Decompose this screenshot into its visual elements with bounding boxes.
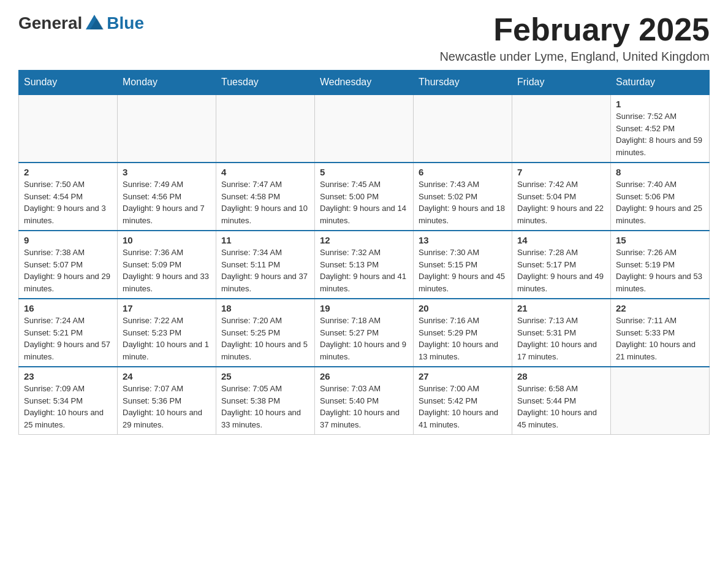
day-info: Sunrise: 7:50 AM Sunset: 4:54 PM Dayligh…	[24, 178, 112, 226]
day-info: Sunrise: 7:42 AM Sunset: 5:04 PM Dayligh…	[517, 178, 605, 226]
table-row: 12Sunrise: 7:32 AM Sunset: 5:13 PM Dayli…	[315, 231, 414, 299]
day-info: Sunrise: 7:38 AM Sunset: 5:07 PM Dayligh…	[24, 247, 112, 294]
table-row: 18Sunrise: 7:20 AM Sunset: 5:25 PM Dayli…	[216, 299, 315, 367]
day-info: Sunrise: 7:40 AM Sunset: 5:06 PM Dayligh…	[616, 178, 704, 226]
day-number: 20	[419, 303, 507, 313]
days-header-row: Sunday Monday Tuesday Wednesday Thursday…	[19, 71, 710, 95]
table-row	[19, 94, 118, 163]
day-info: Sunrise: 7:34 AM Sunset: 5:11 PM Dayligh…	[221, 247, 309, 294]
table-row: 3Sunrise: 7:49 AM Sunset: 4:56 PM Daylig…	[118, 163, 216, 231]
logo: General Blue	[18, 12, 144, 34]
header-friday: Friday	[512, 71, 611, 95]
day-number: 12	[320, 235, 408, 245]
table-row: 8Sunrise: 7:40 AM Sunset: 5:06 PM Daylig…	[611, 163, 710, 231]
day-number: 27	[419, 371, 507, 381]
title-area: February 2025 Newcastle under Lyme, Engl…	[439, 12, 710, 64]
day-info: Sunrise: 7:00 AM Sunset: 5:42 PM Dayligh…	[419, 383, 507, 431]
table-row	[611, 367, 710, 435]
day-number: 5	[320, 167, 408, 177]
day-info: Sunrise: 7:49 AM Sunset: 4:56 PM Dayligh…	[123, 178, 211, 226]
calendar-body: 1Sunrise: 7:52 AM Sunset: 4:52 PM Daylig…	[19, 94, 710, 435]
day-info: Sunrise: 7:47 AM Sunset: 4:58 PM Dayligh…	[221, 178, 309, 226]
day-number: 11	[221, 235, 309, 245]
header-monday: Monday	[118, 71, 216, 95]
day-info: Sunrise: 7:30 AM Sunset: 5:15 PM Dayligh…	[419, 247, 507, 294]
table-row: 27Sunrise: 7:00 AM Sunset: 5:42 PM Dayli…	[414, 367, 512, 435]
table-row: 13Sunrise: 7:30 AM Sunset: 5:15 PM Dayli…	[414, 231, 512, 299]
calendar-header: Sunday Monday Tuesday Wednesday Thursday…	[19, 71, 710, 95]
table-row: 2Sunrise: 7:50 AM Sunset: 4:54 PM Daylig…	[19, 163, 118, 231]
day-number: 26	[320, 371, 408, 381]
day-number: 10	[123, 235, 211, 245]
table-row	[315, 94, 414, 163]
day-number: 1	[616, 99, 704, 109]
day-info: Sunrise: 7:13 AM Sunset: 5:31 PM Dayligh…	[517, 315, 605, 362]
day-number: 4	[221, 167, 309, 177]
table-row	[216, 94, 315, 163]
header-tuesday: Tuesday	[216, 71, 315, 95]
day-number: 14	[517, 235, 605, 245]
table-row: 1Sunrise: 7:52 AM Sunset: 4:52 PM Daylig…	[611, 94, 710, 163]
day-number: 19	[320, 303, 408, 313]
day-info: Sunrise: 7:07 AM Sunset: 5:36 PM Dayligh…	[123, 383, 211, 431]
calendar-week-row: 16Sunrise: 7:24 AM Sunset: 5:21 PM Dayli…	[19, 299, 710, 367]
day-number: 25	[221, 371, 309, 381]
day-info: Sunrise: 7:24 AM Sunset: 5:21 PM Dayligh…	[24, 315, 112, 362]
table-row: 5Sunrise: 7:45 AM Sunset: 5:00 PM Daylig…	[315, 163, 414, 231]
day-info: Sunrise: 7:28 AM Sunset: 5:17 PM Dayligh…	[517, 247, 605, 294]
table-row: 10Sunrise: 7:36 AM Sunset: 5:09 PM Dayli…	[118, 231, 216, 299]
day-number: 18	[221, 303, 309, 313]
table-row: 11Sunrise: 7:34 AM Sunset: 5:11 PM Dayli…	[216, 231, 315, 299]
day-number: 21	[517, 303, 605, 313]
header-wednesday: Wednesday	[315, 71, 414, 95]
day-number: 9	[24, 235, 112, 245]
calendar-table: Sunday Monday Tuesday Wednesday Thursday…	[18, 70, 710, 435]
table-row: 16Sunrise: 7:24 AM Sunset: 5:21 PM Dayli…	[19, 299, 118, 367]
logo-icon	[83, 12, 105, 34]
table-row: 19Sunrise: 7:18 AM Sunset: 5:27 PM Dayli…	[315, 299, 414, 367]
header-sunday: Sunday	[19, 71, 118, 95]
day-number: 15	[616, 235, 704, 245]
day-number: 3	[123, 167, 211, 177]
day-number: 24	[123, 371, 211, 381]
table-row: 22Sunrise: 7:11 AM Sunset: 5:33 PM Dayli…	[611, 299, 710, 367]
table-row: 20Sunrise: 7:16 AM Sunset: 5:29 PM Dayli…	[414, 299, 512, 367]
day-info: Sunrise: 7:11 AM Sunset: 5:33 PM Dayligh…	[616, 315, 704, 362]
day-number: 16	[24, 303, 112, 313]
header-saturday: Saturday	[611, 71, 710, 95]
calendar-week-row: 2Sunrise: 7:50 AM Sunset: 4:54 PM Daylig…	[19, 163, 710, 231]
day-info: Sunrise: 7:32 AM Sunset: 5:13 PM Dayligh…	[320, 247, 408, 294]
table-row	[512, 94, 611, 163]
day-number: 6	[419, 167, 507, 177]
header-thursday: Thursday	[414, 71, 512, 95]
day-number: 7	[517, 167, 605, 177]
table-row: 23Sunrise: 7:09 AM Sunset: 5:34 PM Dayli…	[19, 367, 118, 435]
day-info: Sunrise: 7:22 AM Sunset: 5:23 PM Dayligh…	[123, 315, 211, 362]
day-number: 8	[616, 167, 704, 177]
calendar-week-row: 9Sunrise: 7:38 AM Sunset: 5:07 PM Daylig…	[19, 231, 710, 299]
day-info: Sunrise: 7:36 AM Sunset: 5:09 PM Dayligh…	[123, 247, 211, 294]
logo-blue-text: Blue	[107, 13, 144, 33]
day-info: Sunrise: 7:43 AM Sunset: 5:02 PM Dayligh…	[419, 178, 507, 226]
table-row: 14Sunrise: 7:28 AM Sunset: 5:17 PM Dayli…	[512, 231, 611, 299]
calendar-week-row: 1Sunrise: 7:52 AM Sunset: 4:52 PM Daylig…	[19, 94, 710, 163]
table-row: 24Sunrise: 7:07 AM Sunset: 5:36 PM Dayli…	[118, 367, 216, 435]
table-row: 21Sunrise: 7:13 AM Sunset: 5:31 PM Dayli…	[512, 299, 611, 367]
calendar-title: February 2025	[439, 12, 710, 47]
table-row: 26Sunrise: 7:03 AM Sunset: 5:40 PM Dayli…	[315, 367, 414, 435]
calendar-subtitle: Newcastle under Lyme, England, United Ki…	[439, 50, 710, 64]
page-header: General Blue February 2025 Newcastle und…	[18, 12, 710, 64]
day-info: Sunrise: 7:18 AM Sunset: 5:27 PM Dayligh…	[320, 315, 408, 362]
table-row: 28Sunrise: 6:58 AM Sunset: 5:44 PM Dayli…	[512, 367, 611, 435]
table-row	[414, 94, 512, 163]
calendar-week-row: 23Sunrise: 7:09 AM Sunset: 5:34 PM Dayli…	[19, 367, 710, 435]
table-row	[118, 94, 216, 163]
table-row: 9Sunrise: 7:38 AM Sunset: 5:07 PM Daylig…	[19, 231, 118, 299]
day-info: Sunrise: 7:52 AM Sunset: 4:52 PM Dayligh…	[616, 110, 704, 158]
day-info: Sunrise: 7:16 AM Sunset: 5:29 PM Dayligh…	[419, 315, 507, 362]
day-number: 28	[517, 371, 605, 381]
day-info: Sunrise: 7:45 AM Sunset: 5:00 PM Dayligh…	[320, 178, 408, 226]
day-info: Sunrise: 6:58 AM Sunset: 5:44 PM Dayligh…	[517, 383, 605, 431]
day-number: 23	[24, 371, 112, 381]
day-info: Sunrise: 7:03 AM Sunset: 5:40 PM Dayligh…	[320, 383, 408, 431]
